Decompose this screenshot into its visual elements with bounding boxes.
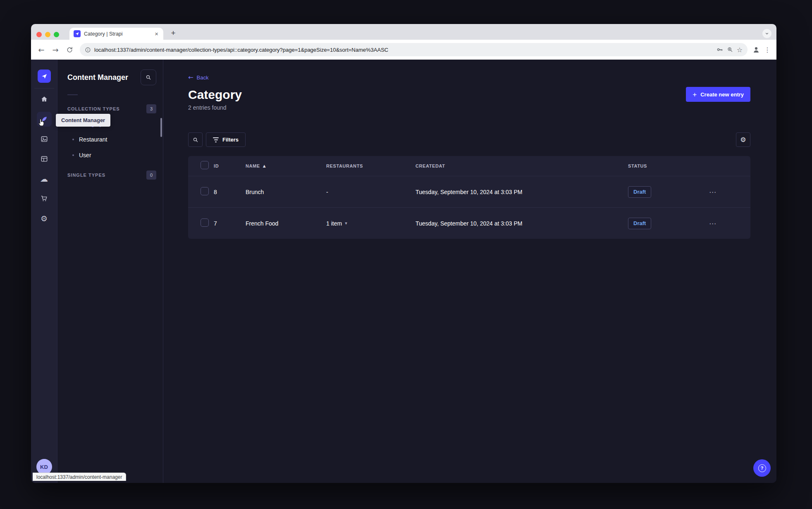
browser-menu-icon[interactable]: ⋮ bbox=[762, 46, 772, 54]
url-bar[interactable]: localhost:1337/admin/content-manager/col… bbox=[80, 43, 748, 56]
gear-icon: ⚙ bbox=[740, 137, 746, 143]
new-tab-button[interactable]: + bbox=[167, 27, 179, 39]
cell-id: 8 bbox=[214, 189, 246, 195]
section-label-single-types: SINGLE TYPES bbox=[67, 173, 105, 178]
single-types-count-badge: 0 bbox=[146, 170, 156, 180]
back-link[interactable]: ← Back bbox=[188, 74, 208, 81]
bullet-icon bbox=[72, 139, 74, 140]
table-row[interactable]: 7 French Food 1 item ▾ Tuesday, Septembe… bbox=[188, 207, 750, 239]
subnav-search-button[interactable] bbox=[141, 70, 156, 85]
strapi-app: ☁ ⚙ KD Content Manager COLLECTION TYPES … bbox=[31, 60, 776, 483]
page-title: Category bbox=[188, 87, 242, 103]
settings-gear-icon[interactable]: ⚙ bbox=[37, 211, 52, 226]
row-checkbox[interactable] bbox=[201, 218, 209, 227]
row-checkbox[interactable] bbox=[201, 187, 209, 195]
password-key-icon[interactable] bbox=[716, 46, 724, 53]
column-header-createdat[interactable]: CREATEDAT bbox=[416, 163, 628, 168]
plus-icon: + bbox=[693, 91, 697, 98]
filters-label: Filters bbox=[222, 137, 239, 143]
browser-toolbar: ← → localhost:1337/admin/content-manager… bbox=[31, 40, 776, 60]
cell-id: 7 bbox=[214, 220, 246, 227]
select-all-checkbox[interactable] bbox=[201, 161, 209, 169]
cell-createdat: Tuesday, September 10, 2024 at 3:03 PM bbox=[416, 220, 628, 227]
chevron-down-icon: ▾ bbox=[345, 221, 347, 226]
back-label: Back bbox=[197, 74, 209, 81]
row-actions-icon[interactable]: ⋯ bbox=[698, 219, 716, 228]
browser-tab[interactable]: Category | Strapi × bbox=[69, 28, 163, 40]
zoom-page-icon[interactable] bbox=[727, 46, 733, 53]
create-new-entry-button[interactable]: + Create new entry bbox=[686, 87, 750, 102]
tab-title: Category | Strapi bbox=[84, 31, 150, 37]
section-label-collection-types: COLLECTION TYPES bbox=[67, 106, 120, 111]
main-content: ← Back Category 2 entries found + Create… bbox=[163, 60, 776, 483]
status-badge: Draft bbox=[628, 186, 651, 198]
filters-button[interactable]: Filters bbox=[206, 132, 246, 147]
sidebar-item-user[interactable]: User bbox=[72, 147, 156, 163]
entries-table: ID NAME ▲ RESTAURANTS CREATEDAT STATUS 8… bbox=[188, 156, 750, 239]
sidebar-item-restaurant[interactable]: Restaurant bbox=[72, 132, 156, 147]
mouse-cursor-hand bbox=[37, 118, 47, 129]
collection-types-count-badge: 3 bbox=[146, 104, 156, 113]
row-actions-icon[interactable]: ⋯ bbox=[698, 188, 716, 196]
strapi-logo[interactable] bbox=[38, 70, 51, 83]
rail-divider bbox=[34, 88, 54, 89]
marketplace-cart-icon[interactable] bbox=[37, 191, 52, 206]
filter-icon bbox=[213, 137, 219, 142]
cell-restaurants-expand[interactable]: 1 item ▾ bbox=[326, 220, 347, 227]
cell-createdat: Tuesday, September 10, 2024 at 3:03 PM bbox=[416, 189, 628, 195]
cell-restaurants: - bbox=[326, 189, 416, 195]
nav-tooltip: Content Manager bbox=[56, 114, 110, 127]
sidebar-item-label: Restaurant bbox=[79, 136, 107, 143]
media-library-icon[interactable] bbox=[37, 132, 52, 146]
column-header-name-label: NAME bbox=[246, 163, 260, 168]
subnav-title: Content Manager bbox=[67, 73, 128, 82]
tab-close-icon[interactable]: × bbox=[154, 31, 159, 37]
column-header-id[interactable]: ID bbox=[214, 163, 246, 168]
minimize-window-button[interactable] bbox=[45, 32, 50, 37]
fullscreen-window-button[interactable] bbox=[54, 32, 59, 37]
url-text[interactable]: localhost:1337/admin/content-manager/col… bbox=[94, 47, 713, 53]
status-bar-link-preview: localhost:1337/admin/content-manager bbox=[33, 473, 126, 481]
sidebar-item-label: User bbox=[79, 152, 91, 158]
content-type-builder-icon[interactable] bbox=[37, 151, 52, 166]
column-header-restaurants[interactable]: RESTAURANTS bbox=[326, 163, 416, 168]
cell-name: French Food bbox=[246, 220, 326, 227]
close-window-button[interactable] bbox=[36, 32, 42, 37]
cell-name: Brunch bbox=[246, 189, 326, 195]
entries-count: 2 entries found bbox=[188, 104, 242, 111]
sort-ascending-icon: ▲ bbox=[263, 164, 266, 168]
cell-restaurants-value: 1 item bbox=[326, 220, 342, 227]
forward-icon[interactable]: → bbox=[49, 43, 62, 56]
status-badge: Draft bbox=[628, 218, 651, 229]
page-info-icon[interactable] bbox=[85, 47, 91, 53]
home-icon[interactable] bbox=[37, 92, 52, 107]
bullet-icon bbox=[72, 154, 74, 156]
table-row[interactable]: 8 Brunch - Tuesday, September 10, 2024 a… bbox=[188, 176, 750, 207]
back-arrow-icon: ← bbox=[188, 74, 193, 81]
reload-icon[interactable] bbox=[63, 43, 76, 56]
column-header-name[interactable]: NAME ▲ bbox=[246, 163, 266, 168]
browser-window: Category | Strapi × + ← → localhost:1337… bbox=[31, 24, 776, 483]
column-header-status[interactable]: STATUS bbox=[628, 163, 698, 168]
create-button-label: Create new entry bbox=[700, 91, 744, 98]
table-header-row: ID NAME ▲ RESTAURANTS CREATEDAT STATUS bbox=[188, 156, 750, 176]
back-icon[interactable]: ← bbox=[35, 43, 48, 56]
question-icon: ? bbox=[758, 464, 766, 472]
subnav-divider bbox=[67, 94, 78, 95]
table-search-button[interactable] bbox=[188, 132, 203, 147]
deploy-cloud-icon[interactable]: ☁ bbox=[37, 171, 52, 186]
strapi-favicon bbox=[74, 30, 81, 37]
bookmark-star-icon[interactable]: ☆ bbox=[737, 46, 743, 54]
tab-strip: Category | Strapi × + bbox=[31, 24, 776, 40]
subnav-scrollbar-thumb[interactable] bbox=[160, 118, 162, 137]
table-settings-button[interactable]: ⚙ bbox=[736, 132, 750, 147]
help-button[interactable]: ? bbox=[753, 459, 771, 477]
profile-icon[interactable] bbox=[752, 45, 761, 54]
tab-search-chevron-icon[interactable] bbox=[762, 29, 771, 38]
